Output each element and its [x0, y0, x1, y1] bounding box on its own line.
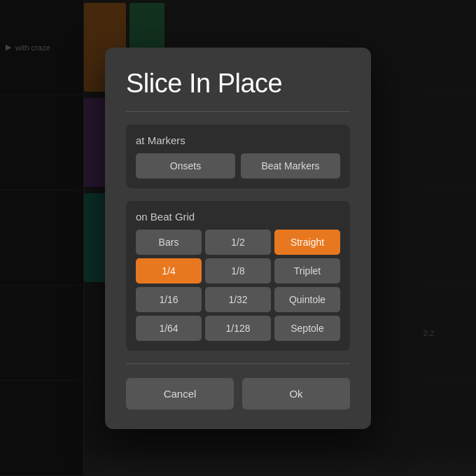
onsets-button[interactable]: Onsets [136, 153, 235, 178]
bottom-divider [126, 363, 350, 364]
modal-overlay: Slice In Place at Markers Onsets Beat Ma… [0, 0, 476, 476]
bars-button[interactable]: Bars [136, 230, 202, 255]
quarter-button[interactable]: 1/4 [136, 258, 202, 284]
ok-button[interactable]: Ok [242, 378, 350, 410]
septole-button[interactable]: Septole [274, 316, 340, 341]
half-button[interactable]: 1/2 [205, 230, 271, 255]
beat-grid: Bars 1/2 Straight 1/4 1/8 Triplet 1/16 1… [136, 230, 340, 341]
on-beat-grid-label: on Beat Grid [136, 211, 340, 223]
dialog-title: Slice In Place [126, 69, 350, 99]
straight-button[interactable]: Straight [274, 230, 340, 255]
sixteenth-button[interactable]: 1/16 [136, 287, 202, 312]
quintole-button[interactable]: Quintole [274, 287, 340, 312]
at-markers-section: at Markers Onsets Beat Markers [126, 125, 350, 188]
cancel-button[interactable]: Cancel [126, 378, 234, 410]
onetwentyeighth-button[interactable]: 1/128 [205, 316, 271, 341]
marker-buttons-group: Onsets Beat Markers [136, 153, 340, 178]
title-divider [126, 111, 350, 112]
on-beat-grid-section: on Beat Grid Bars 1/2 Straight 1/4 1/8 T… [126, 201, 350, 351]
slice-in-place-dialog: Slice In Place at Markers Onsets Beat Ma… [105, 48, 371, 429]
sixtyfourth-button[interactable]: 1/64 [136, 316, 202, 341]
eighth-button[interactable]: 1/8 [205, 258, 271, 284]
triplet-button[interactable]: Triplet [274, 258, 340, 284]
action-buttons-group: Cancel Ok [126, 378, 350, 410]
beat-markers-button[interactable]: Beat Markers [241, 153, 340, 178]
at-markers-label: at Markers [136, 134, 340, 146]
thirtysecond-button[interactable]: 1/32 [205, 287, 271, 312]
